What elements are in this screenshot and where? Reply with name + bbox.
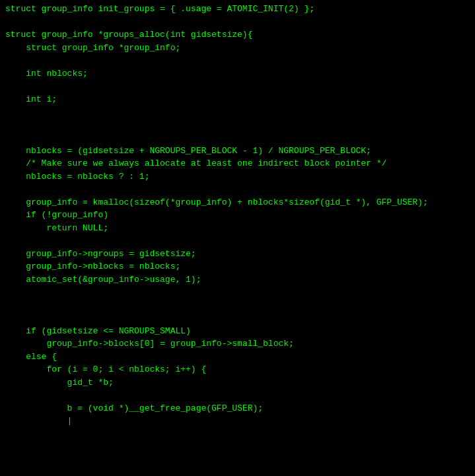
code-line: struct group_info *group_info; [5,42,470,55]
code-line: int i; [5,93,470,106]
code-line [5,312,470,325]
code-line: struct group_info init_groups = { .usage… [5,3,470,16]
code-line: gid_t *b; [5,376,470,390]
code-line: b = (void *)__get_free_page(GFP_USER); [5,402,470,415]
code-line [5,299,470,312]
code-line [5,54,470,67]
code-line: | [5,415,470,428]
code-line: group_info = kmalloc(sizeof(*group_info)… [5,196,470,209]
code-line: nblocks = nblocks ? : 1; [5,170,470,184]
code-line: if (!group_info) [5,209,470,222]
code-line: for (i = 0; i < nblocks; i++) { [5,363,470,376]
code-line: nblocks = (gidsetsize + NGROUPS_PER_BLOC… [5,145,470,158]
code-editor: struct group_info init_groups = { .usage… [0,0,475,476]
code-line: group_info->ngroups = gidsetsize; [5,248,470,261]
code-line [5,131,470,145]
code-line: else { [5,351,470,364]
code-line [5,389,470,402]
code-line: if (gidsetsize <= NGROUPS_SMALL) [5,325,470,338]
code-line [5,286,470,299]
code-line [5,80,470,93]
code-line: atomic_set(&group_info->usage, 1); [5,273,470,287]
code-line [5,106,470,119]
code-line [5,183,470,196]
code-line: group_info->nblocks = nblocks; [5,260,470,273]
code-line: /* Make sure we always allocate at least… [5,157,470,170]
code-line: return NULL; [5,222,470,235]
code-line [5,234,470,248]
code-line: int nblocks; [5,67,470,81]
code-line: group_info->blocks[0] = group_info->smal… [5,337,470,351]
code-line [5,119,470,132]
code-line: struct group_info *groups_alloc(int gids… [5,28,470,42]
code-line [5,16,470,29]
